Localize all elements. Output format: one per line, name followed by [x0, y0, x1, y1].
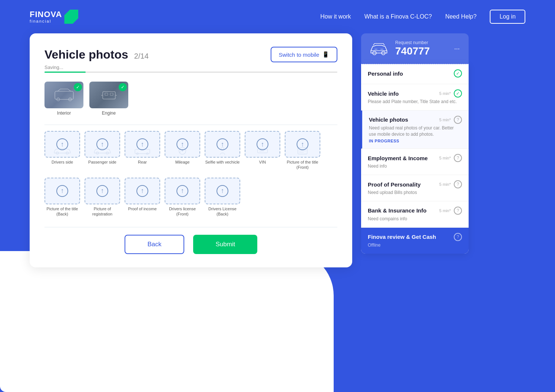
button-row: Back Submit — [44, 227, 337, 254]
upload-slot-rear[interactable]: ↑ Rear — [125, 131, 160, 170]
nav-how-it-work[interactable]: How it work — [320, 13, 351, 20]
step-desc-employment: Need info — [368, 163, 462, 169]
card-title-group: Vehicle photos 2/14 — [44, 48, 149, 62]
card-title: Vehicle photos — [44, 48, 128, 62]
step-bank-insurance[interactable]: Bank & Insurance Info 5 min* ? Need comp… — [361, 201, 469, 228]
slot-label-passenger-side: Passenger side — [85, 159, 120, 165]
step-vehicle-info[interactable]: Vehicle info 5 min* ✓ Please add Plate n… — [361, 84, 469, 111]
card-step: 2/14 — [134, 52, 149, 60]
check-overlay-engine: ✓ — [119, 83, 127, 91]
slot-label-vin: VIN — [245, 159, 280, 165]
svg-rect-29 — [380, 49, 383, 50]
request-car-icon — [369, 41, 389, 56]
submit-button[interactable]: Submit — [193, 235, 257, 254]
step-name-bank: Bank & Insurance Info — [368, 207, 426, 214]
step-time-vehicle-photos: 5 min* — [439, 118, 451, 122]
photo-label-interior: Interior — [44, 111, 83, 116]
nav-links: How it work What is a Finova C-LOC? Need… — [320, 10, 525, 24]
step-desc-bank: Need compains info — [368, 216, 462, 222]
upload-slot-title-front[interactable]: ↑ Picture of the title (Front) — [285, 131, 320, 170]
step-question-vehicle-photos: ? — [454, 116, 462, 124]
upload-slot-proof-income[interactable]: ↑ Proof of income — [125, 178, 160, 217]
photo-thumb-interior[interactable]: ✓ — [44, 82, 83, 108]
logo-brand: FINOVA — [30, 10, 62, 19]
card-header: Vehicle photos 2/14 Switch to mobile 📱 — [44, 47, 337, 62]
main-card: Vehicle photos 2/14 Switch to mobile 📱 S… — [30, 33, 352, 267]
request-card: Request number 740777 ··· — [361, 33, 469, 64]
slot-label-drivers-side: Drivers side — [44, 159, 80, 165]
logo-sub: financial — [30, 19, 62, 23]
step-name-vehicle-photos: Vehicle photos — [369, 116, 408, 123]
step-desc-personality: Need upload Bills photos — [368, 190, 462, 196]
step-time-bank: 5 min* — [439, 208, 451, 213]
upload-slot-title-back[interactable]: ↑ Picture of the title (Back) — [44, 178, 80, 217]
upload-slot-vin[interactable]: ↑ VIN — [245, 131, 280, 170]
back-button[interactable]: Back — [125, 235, 185, 254]
uploaded-photo-engine: ✓ Engine — [89, 82, 128, 116]
step-question-employment: ? — [454, 154, 462, 162]
logo-text: FINOVA financial — [30, 10, 62, 23]
svg-point-17 — [221, 147, 224, 150]
step-name-finova: Finova review & Get Cash — [368, 234, 436, 240]
photo-thumb-engine[interactable]: ✓ — [89, 82, 128, 108]
slot-label-drivers-license-back: Drivers License (Back) — [205, 206, 240, 217]
step-name-personality: Proof of Personality — [368, 181, 421, 188]
svg-rect-12 — [135, 149, 150, 154]
slot-label-registration: Picture of registration — [85, 206, 120, 217]
step-finova-review[interactable]: Finova review & Get Cash ? Offline — [361, 228, 469, 254]
slot-label-title-back: Picture of the title (Back) — [44, 206, 80, 217]
request-info: Request number 740777 — [395, 40, 447, 57]
saving-text: Saving... — [44, 65, 337, 70]
step-desc-vehicle-info: Please add Plate number, Title State and… — [368, 99, 462, 105]
main-content: Vehicle photos 2/14 Switch to mobile 📱 S… — [0, 33, 555, 392]
svg-rect-4 — [105, 93, 108, 95]
progress-fill — [44, 72, 86, 73]
mobile-icon: 📱 — [322, 51, 329, 58]
step-name-personal: Personal info — [368, 70, 403, 77]
step-time-personality: 5 min* — [439, 182, 451, 187]
step-check-personal: ✓ — [454, 69, 462, 78]
steps-list: Personal info ✓ Vehicle info 5 min* ✓ Pl… — [361, 64, 469, 254]
step-personal-info[interactable]: Personal info ✓ — [361, 64, 469, 84]
upload-slot-drivers-side[interactable]: ↑ Drivers side — [44, 131, 80, 170]
navbar: FINOVA financial How it work What is a F… — [0, 0, 555, 33]
upload-slot-drivers-license-back[interactable]: ↑ Drivers License (Back) — [205, 178, 240, 217]
uploaded-photo-interior: ✓ Interior — [44, 82, 83, 116]
divider-1 — [44, 125, 337, 125]
step-check-vehicle-info: ✓ — [454, 89, 462, 98]
step-in-progress-label: IN PROGRESS — [369, 139, 462, 143]
request-label: Request number — [395, 40, 447, 45]
step-employment-income[interactable]: Employment & Income 5 min* ? Need info — [361, 149, 469, 175]
nav-need-help[interactable]: Need Help? — [445, 13, 477, 20]
progress-bar — [44, 72, 337, 73]
step-name-employment: Employment & Income — [368, 155, 428, 161]
slot-label-drivers-license-front: Drivers license (Front) — [165, 206, 200, 217]
upload-slot-drivers-license-front[interactable]: ↑ Drivers license (Front) — [165, 178, 200, 217]
right-sidebar: Request number 740777 ··· Personal info … — [361, 33, 469, 392]
step-question-personality: ? — [454, 180, 462, 188]
switch-mobile-button[interactable]: Switch to mobile 📱 — [271, 47, 337, 62]
svg-rect-3 — [103, 92, 115, 99]
upload-slots-grid-2: ↑ Picture of the title (Back) ↑ Picture … — [44, 178, 337, 217]
logo-icon — [64, 10, 78, 24]
upload-slots-grid: ↑ Drivers side ↑ — [44, 131, 337, 170]
nav-what-is[interactable]: What is a Finova C-LOC? — [364, 13, 432, 20]
step-proof-personality[interactable]: Proof of Personality 5 min* ? Need uploa… — [361, 175, 469, 201]
step-vehicle-photos[interactable]: Vehicle photos 5 min* ? Need upload real… — [361, 111, 469, 149]
photo-label-engine: Engine — [89, 111, 128, 116]
svg-rect-18 — [258, 149, 268, 153]
svg-rect-5 — [110, 93, 113, 95]
slot-label-proof-income: Proof of income — [125, 206, 160, 211]
step-time-vehicle-info: 5 min* — [439, 91, 451, 96]
request-menu-button[interactable]: ··· — [453, 43, 461, 54]
step-name-vehicle-info: Vehicle info — [368, 90, 399, 97]
upload-slot-passenger-side[interactable]: ↑ Passenger side — [85, 131, 120, 170]
logo: FINOVA financial — [30, 10, 78, 24]
login-button[interactable]: Log in — [490, 10, 525, 24]
request-number: 740777 — [395, 45, 447, 57]
upload-slot-selfie[interactable]: ↑ Selfie with vechicle — [205, 131, 240, 170]
check-overlay-interior: ✓ — [74, 83, 82, 91]
step-question-finova: ? — [454, 233, 462, 241]
upload-slot-registration[interactable]: ↑ Picture of registration — [85, 178, 120, 217]
upload-slot-mileage[interactable]: ↑ Mileage — [165, 131, 200, 170]
